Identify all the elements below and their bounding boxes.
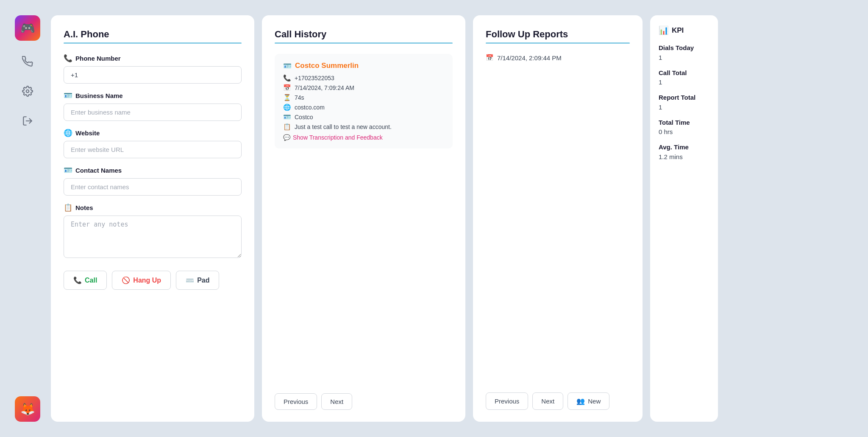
logo-emoji: 🎮	[20, 21, 35, 35]
business-name-label: 🪪 Business Name	[64, 91, 242, 100]
call-history-next-button[interactable]: Next	[321, 393, 352, 410]
phone-nav-icon[interactable]	[19, 53, 36, 70]
notes-field-icon: 📋	[64, 203, 72, 212]
contact-names-group: 🪪 Contact Names	[64, 166, 242, 196]
sidebar: 🎮 🦊	[8, 8, 47, 429]
kpi-sidebar: 📊 KPI Dials Today 1 Call Total 1 Report …	[650, 15, 718, 422]
call-entry-header: 🪪 Costco Summerlin	[283, 62, 444, 70]
phone-number-input[interactable]	[64, 66, 242, 84]
kpi-avg-time-value: 1.2 mins	[659, 153, 709, 160]
kpi-header: 📊 KPI	[659, 25, 709, 35]
kpi-dials-today-value: 1	[659, 54, 709, 61]
kpi-total-time-value: 0 hrs	[659, 128, 709, 135]
call-duration-icon: ⏳	[283, 94, 291, 101]
website-input[interactable]	[64, 141, 242, 158]
signout-nav-icon[interactable]	[19, 112, 36, 130]
hangup-button[interactable]: 🚫 Hang Up	[112, 271, 171, 290]
contact-field-icon: 🪪	[64, 166, 72, 175]
call-history-previous-button[interactable]: Previous	[275, 393, 317, 410]
kpi-report-total-value: 1	[659, 104, 709, 111]
call-company-icon: 🪪	[283, 113, 291, 121]
ai-phone-title: A.I. Phone	[64, 29, 109, 40]
followup-title-row: Follow Up Reports	[486, 29, 630, 40]
call-icon: 📞	[73, 276, 82, 284]
followup-card: Follow Up Reports 📅 7/14/2024, 2:09:44 P…	[473, 15, 643, 422]
call-website-icon: 🌐	[283, 104, 291, 111]
phone-number-label: 📞 Phone Number	[64, 54, 242, 63]
kpi-total-time: Total Time 0 hrs	[659, 118, 709, 136]
settings-nav-icon[interactable]	[19, 82, 36, 100]
call-history-title-row: Call History	[275, 29, 453, 40]
notes-group: 📋 Notes	[64, 203, 242, 260]
notes-input[interactable]	[64, 216, 242, 258]
contact-names-label: 🪪 Contact Names	[64, 166, 242, 175]
action-buttons: 📞 Call 🚫 Hang Up ⌨️ Pad	[64, 271, 242, 290]
call-phone-row: 📞 +17023522053	[283, 74, 444, 82]
call-phone-icon: 📞	[283, 74, 291, 82]
call-history-nav-buttons: Previous Next	[275, 387, 453, 410]
ai-phone-divider	[64, 42, 242, 44]
ai-phone-title-row: A.I. Phone	[64, 29, 242, 40]
app-container: 🎮 🦊 A.I. Phone 📞	[0, 0, 868, 437]
kpi-dials-today: Dials Today 1	[659, 44, 709, 61]
kpi-report-total-label: Report Total	[659, 93, 709, 102]
kpi-avg-time: Avg. Time 1.2 mins	[659, 143, 709, 160]
phone-field-icon: 📞	[64, 54, 72, 63]
call-company-row: 🪪 Costco	[283, 113, 444, 121]
main-content: A.I. Phone 📞 Phone Number 🪪 Business Nam…	[47, 8, 860, 429]
call-button[interactable]: 📞 Call	[64, 271, 107, 290]
followup-next-button[interactable]: Next	[532, 392, 563, 410]
kpi-dials-today-label: Dials Today	[659, 44, 709, 52]
followup-date-row: 📅 7/14/2024, 2:09:44 PM	[486, 54, 630, 62]
call-entry-business-icon: 🪪	[283, 62, 292, 70]
user-avatar[interactable]: 🦊	[15, 396, 40, 422]
contact-names-input[interactable]	[64, 178, 242, 196]
call-history-title: Call History	[275, 29, 326, 40]
kpi-avg-time-label: Avg. Time	[659, 143, 709, 151]
pad-icon: ⌨️	[186, 276, 194, 284]
business-name-group: 🪪 Business Name	[64, 91, 242, 121]
followup-date-icon: 📅	[486, 54, 494, 62]
call-notes-row: 📋 Just a test call to test a new account…	[283, 123, 444, 131]
phone-number-group: 📞 Phone Number	[64, 54, 242, 84]
kpi-call-total-value: 1	[659, 78, 709, 86]
ai-phone-card: A.I. Phone 📞 Phone Number 🪪 Business Nam…	[51, 15, 254, 422]
transcription-icon: 💬	[283, 134, 290, 141]
call-history-divider	[275, 42, 453, 44]
business-field-icon: 🪪	[64, 91, 72, 100]
call-notes-icon: 📋	[283, 123, 291, 131]
website-label: 🌐 Website	[64, 129, 242, 137]
kpi-report-total: Report Total 1	[659, 93, 709, 111]
app-logo[interactable]: 🎮	[15, 15, 40, 41]
svg-point-0	[26, 90, 29, 93]
followup-new-button[interactable]: 👥 New	[568, 392, 609, 410]
call-entry-business-name: Costco Summerlin	[295, 62, 359, 70]
followup-title: Follow Up Reports	[486, 29, 568, 40]
kpi-call-total: Call Total 1	[659, 69, 709, 86]
followup-previous-button[interactable]: Previous	[486, 392, 528, 410]
call-duration-row: ⏳ 74s	[283, 94, 444, 101]
business-name-input[interactable]	[64, 104, 242, 121]
call-datetime-row: 📅 7/14/2024, 7:09:24 AM	[283, 84, 444, 92]
hangup-icon: 🚫	[122, 276, 130, 284]
followup-divider	[486, 42, 630, 44]
new-icon: 👥	[576, 397, 585, 405]
call-website-row: 🌐 costco.com	[283, 104, 444, 111]
pad-button[interactable]: ⌨️ Pad	[176, 271, 219, 290]
kpi-total-time-label: Total Time	[659, 118, 709, 127]
transcription-link[interactable]: 💬 Show Transcription and Feedback	[283, 134, 444, 141]
kpi-icon: 📊	[659, 25, 669, 35]
sidebar-bottom: 🦊	[15, 396, 40, 422]
call-entry: 🪪 Costco Summerlin 📞 +17023522053 📅 7/14…	[275, 54, 453, 148]
followup-nav-buttons: Previous Next 👥 New	[486, 386, 630, 410]
website-group: 🌐 Website	[64, 129, 242, 158]
notes-label: 📋 Notes	[64, 203, 242, 212]
website-field-icon: 🌐	[64, 129, 72, 137]
call-datetime-icon: 📅	[283, 84, 291, 92]
call-history-card: Call History 🪪 Costco Summerlin 📞 +17023…	[262, 15, 465, 422]
kpi-call-total-label: Call Total	[659, 69, 709, 77]
